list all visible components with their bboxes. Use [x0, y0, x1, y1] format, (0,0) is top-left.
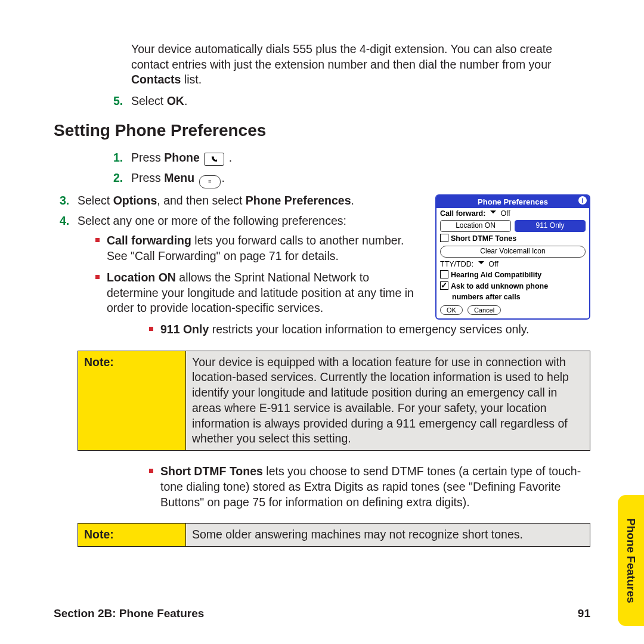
pp-hearing-aid-row: Hearing Aid Compatibility: [436, 270, 589, 281]
pp-ok-button[interactable]: OK: [440, 305, 463, 315]
step-number: 4.: [60, 213, 78, 229]
checkbox-icon[interactable]: [440, 234, 448, 242]
bullet-call-forwarding: Call forwarding lets you forward calls t…: [95, 233, 421, 264]
section-heading: Setting Phone Preferences: [54, 120, 590, 142]
ordered-step-1: 1. Press Phone .: [113, 150, 590, 166]
side-tab-label: Phone Features: [624, 518, 637, 603]
intro-paragraph: Your device automatically dials 555 plus…: [131, 42, 590, 88]
pp-911-only-button[interactable]: 911 Only: [515, 220, 586, 232]
bullet-icon: [95, 238, 100, 242]
step-text: Press Menu ≡.: [131, 171, 590, 188]
pp-footer-buttons: OK Cancel: [436, 303, 589, 319]
bullet-icon: [149, 469, 153, 473]
step-text: Select Options, and then select Phone Pr…: [78, 193, 421, 209]
step-text: Select OK.: [131, 94, 590, 109]
pp-clear-voicemail-button[interactable]: Clear Voicemail Icon: [440, 246, 586, 258]
checkbox-checked-icon[interactable]: [440, 281, 448, 290]
intro-text-after: list.: [181, 73, 202, 86]
bullet-location-on: Location ON allows the Sprint National N…: [95, 270, 421, 316]
note-label: Note:: [78, 351, 186, 450]
pp-short-dtmf-row: Short DTMF Tones: [436, 233, 589, 244]
note-box-dtmf: Note: Some older answering machines may …: [78, 523, 590, 547]
pp-ask-unknown-row: Ask to add unknown phone: [436, 281, 589, 292]
bullet-icon: [95, 275, 100, 279]
step-text: Press Phone .: [131, 150, 590, 166]
bullet-911-only: 911 Only restricts your location informa…: [149, 322, 590, 338]
footer-section-title: Section 2B: Phone Features: [54, 607, 204, 620]
note-box-location: Note: Your device is equipped with a loc…: [78, 351, 590, 451]
bullet-icon: [149, 327, 153, 331]
menu-key-icon: ≡: [199, 175, 221, 188]
step-number: 2.: [113, 171, 131, 188]
info-icon: i: [578, 196, 587, 205]
step-number: 5.: [113, 94, 131, 109]
page-footer: Section 2B: Phone Features 91: [54, 607, 590, 620]
phone-preferences-screenshot: Phone Preferences i Call forward: Off Lo…: [435, 194, 590, 320]
pp-cancel-button[interactable]: Cancel: [467, 305, 501, 315]
ordered-step-4: 4. Select any one or more of the followi…: [60, 213, 421, 229]
bullet-short-dtmf: Short DTMF Tones lets you choose to send…: [149, 464, 590, 510]
ordered-step-5: 5. Select OK.: [113, 94, 590, 109]
step-number: 3.: [60, 193, 78, 209]
note-label: Note:: [78, 524, 186, 546]
note-body: Your device is equipped with a location …: [186, 351, 590, 450]
side-tab: Phone Features: [618, 495, 644, 626]
dropdown-arrow-icon: [488, 209, 499, 218]
ordered-step-3: 3. Select Options, and then select Phone…: [60, 193, 421, 209]
note-body: Some older answering machines may not re…: [186, 524, 590, 546]
pp-call-forward-row: Call forward: Off: [436, 208, 589, 219]
pp-titlebar: Phone Preferences i: [436, 196, 589, 208]
phone-key-icon: [204, 153, 224, 166]
pp-ask-unknown-row-2: numbers after calls: [448, 292, 589, 303]
dropdown-arrow-icon: [476, 260, 487, 268]
step-number: 1.: [113, 150, 131, 166]
intro-contacts-bold: Contacts: [131, 73, 181, 86]
checkbox-icon[interactable]: [440, 270, 448, 278]
step-text: Select any one or more of the following …: [78, 213, 421, 229]
ordered-step-2: 2. Press Menu ≡.: [113, 171, 590, 188]
pp-location-buttons: Location ON 911 Only: [436, 219, 589, 233]
footer-page-number: 91: [578, 607, 590, 620]
intro-text-before: Your device automatically dials 555 plus…: [131, 42, 552, 71]
pp-tty-row: TTY/TDD: Off: [436, 259, 589, 270]
pp-location-on-button[interactable]: Location ON: [440, 220, 511, 232]
